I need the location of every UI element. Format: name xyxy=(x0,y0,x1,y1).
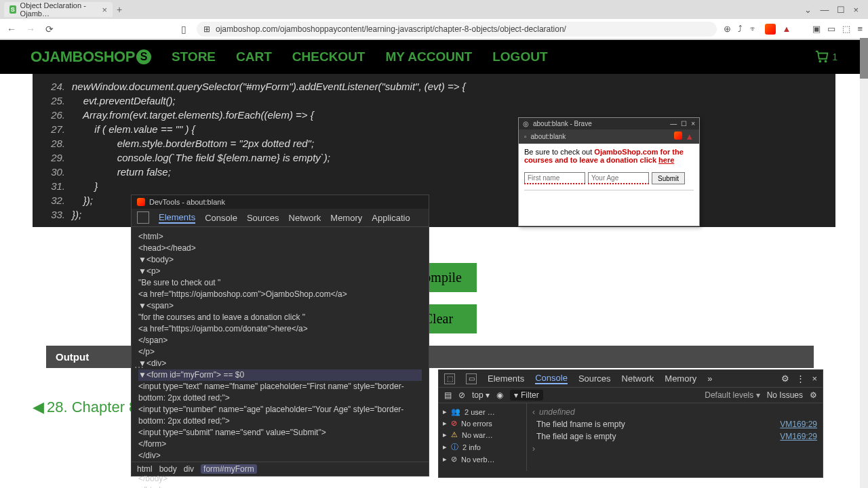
crumb-html[interactable]: html xyxy=(137,464,153,474)
age-input[interactable] xyxy=(588,172,649,184)
gear-icon[interactable]: ⚙ xyxy=(781,373,789,384)
filter-input[interactable]: ▾ Filter xyxy=(510,390,543,401)
sidebar-toggle-icon[interactable]: ▤ xyxy=(444,390,452,400)
tab-sources[interactable]: Sources xyxy=(578,373,611,384)
bookmark-icon[interactable]: ▯ xyxy=(178,24,190,35)
browser-tab[interactable]: S Object Declaration - Ojamb… × xyxy=(4,2,113,17)
donate-link[interactable]: here xyxy=(658,156,674,164)
tab-network[interactable]: Network xyxy=(622,373,654,384)
shield-icon[interactable] xyxy=(674,131,682,140)
close-icon[interactable]: × xyxy=(102,5,107,15)
tab-elements[interactable]: Elements xyxy=(159,212,195,224)
tab-console[interactable]: Console xyxy=(535,373,568,384)
sidebar-item[interactable]: ▸ⓘ2 info xyxy=(443,441,522,453)
logo[interactable]: OJAMBOSHOP S xyxy=(31,48,151,66)
back-button[interactable]: ← xyxy=(5,24,18,35)
triangle-icon[interactable]: ▲ xyxy=(783,24,791,34)
nav-logout[interactable]: LOGOUT xyxy=(492,49,547,64)
code-line: 31. } xyxy=(33,179,835,193)
tab-memory[interactable]: Memory xyxy=(665,373,696,384)
toolbar-icons: ⊕ ⤴ ᯤ ▲ ▣ ▭ ⬚ ≡ xyxy=(724,24,863,35)
devtools-titlebar[interactable]: DevTools - about:blank xyxy=(132,195,429,209)
console-row[interactable]: › xyxy=(532,443,817,455)
nav-cart[interactable]: CART xyxy=(236,49,272,64)
inspector-icon[interactable] xyxy=(137,211,149,224)
logo-badge: S xyxy=(136,49,151,64)
close-icon[interactable]: × xyxy=(691,120,695,127)
crumb-body[interactable]: body xyxy=(159,464,177,474)
reload-button[interactable]: ⟳ xyxy=(43,24,56,35)
more-icon[interactable]: ⋯ xyxy=(134,362,144,373)
sidebar-item[interactable]: ▸⚠No war… xyxy=(443,429,522,441)
dom-tree[interactable]: <html> <head></head> ▼<body> ▼<p> "Be su… xyxy=(132,227,429,488)
inspector-icon[interactable]: ⬚ xyxy=(444,373,455,384)
crumb-div[interactable]: div xyxy=(184,464,194,474)
ojamboshop-link[interactable]: OjamboShop.com xyxy=(594,148,658,156)
maximize-icon[interactable]: ☐ xyxy=(837,5,845,15)
code-line: 28. elem.style.borderBottom = "2px dotte… xyxy=(33,136,835,150)
close-icon[interactable]: × xyxy=(812,373,817,384)
console-row[interactable]: The field age is emptyVM169:29 xyxy=(532,430,817,443)
tab-memory[interactable]: Memory xyxy=(330,213,362,223)
devtools-tabs: Elements Console Sources Network Memory … xyxy=(132,209,429,227)
minimize-icon[interactable]: — xyxy=(670,120,677,127)
nav-account[interactable]: MY ACCOUNT xyxy=(385,49,472,64)
sidebar-item[interactable]: ▸⊘No errors xyxy=(443,418,522,429)
triangle-icon[interactable]: ▲ xyxy=(685,131,694,142)
minimize-icon[interactable]: — xyxy=(820,5,829,15)
zoom-icon[interactable]: ⊕ xyxy=(724,24,731,34)
console-output[interactable]: ‹undefinedThe field fname is emptyVM169:… xyxy=(527,403,823,471)
nav-store[interactable]: STORE xyxy=(172,49,216,64)
share-icon[interactable]: ⤴ xyxy=(738,24,743,34)
tab-application[interactable]: Applicatio xyxy=(372,213,410,223)
submit-button[interactable]: Submit xyxy=(652,172,685,184)
triangle-left-icon: ◀ xyxy=(33,399,44,416)
scrollbar[interactable] xyxy=(860,38,868,488)
sidebar-icon[interactable]: ▣ xyxy=(812,24,821,34)
forward-button[interactable]: → xyxy=(24,24,37,35)
tab-console[interactable]: Console xyxy=(205,213,237,223)
code-line: 29. console.log(`The field ${elem.name} … xyxy=(33,150,835,165)
rss-icon[interactable]: ᯤ xyxy=(749,24,758,34)
new-tab-button[interactable]: + xyxy=(117,4,122,15)
kebab-icon[interactable]: ⋮ xyxy=(796,373,805,384)
site-nav: OJAMBOSHOP S STORE CART CHECKOUT MY ACCO… xyxy=(0,40,868,74)
tab-elements[interactable]: Elements xyxy=(488,373,524,384)
code-line: 25. evt.preventDefault(); xyxy=(33,94,835,108)
sidebar-item[interactable]: ▸⊘No verb… xyxy=(443,453,522,465)
menu-icon[interactable]: ≡ xyxy=(857,24,863,34)
clear-icon[interactable]: ⊘ xyxy=(458,390,465,400)
maximize-icon[interactable]: ☐ xyxy=(681,120,687,127)
eye-icon[interactable]: ◉ xyxy=(496,390,503,400)
sidebar-item[interactable]: ▸👥2 user … xyxy=(443,406,522,418)
tab-sources[interactable]: Sources xyxy=(247,213,279,223)
issues-badge[interactable]: No Issues xyxy=(767,390,803,400)
code-line: 30. return false; xyxy=(33,165,835,179)
devtools-console: ⬚ ▭ Elements Console Sources Network Mem… xyxy=(438,369,823,478)
levels-select[interactable]: Default levels ▾ xyxy=(705,390,760,400)
url-input[interactable]: ⊞ ojamboshop.com/ojamboshoppaycontent/le… xyxy=(197,22,717,37)
device-icon[interactable]: ▭ xyxy=(466,373,477,384)
prev-chapter-link[interactable]: ◀ 28. Chapter 8 xyxy=(33,399,137,416)
nav-checkout[interactable]: CHECKOUT xyxy=(292,49,366,64)
lock-icon: ⊞ xyxy=(203,24,210,34)
breadcrumb: html body div form#myForm xyxy=(132,462,429,476)
fname-input[interactable] xyxy=(524,172,585,184)
scrollbar-thumb[interactable] xyxy=(860,38,868,79)
context-select[interactable]: top ▾ xyxy=(472,390,490,400)
console-row[interactable]: The field fname is emptyVM169:29 xyxy=(532,418,817,430)
settings-icon[interactable]: ⬚ xyxy=(842,24,850,34)
console-row[interactable]: ‹undefined xyxy=(532,406,817,418)
chevron-down-icon[interactable]: ⌄ xyxy=(804,5,812,15)
wallet-icon[interactable]: ▭ xyxy=(827,24,835,34)
more-icon[interactable]: » xyxy=(707,373,712,384)
close-icon[interactable]: × xyxy=(853,5,859,15)
gear-icon[interactable]: ⚙ xyxy=(810,390,817,400)
code-line: 24.newWindow.document.querySelector("#my… xyxy=(33,79,835,94)
cart-badge[interactable]: 1 xyxy=(814,49,837,64)
popup-titlebar[interactable]: ◎ about:blank - Brave —☐× xyxy=(519,118,699,129)
popup-tab[interactable]: ▫ about:blank ▲ xyxy=(519,129,699,144)
shield-icon[interactable] xyxy=(765,24,776,35)
tab-network[interactable]: Network xyxy=(289,213,321,223)
crumb-form[interactable]: form#myForm xyxy=(201,464,257,474)
